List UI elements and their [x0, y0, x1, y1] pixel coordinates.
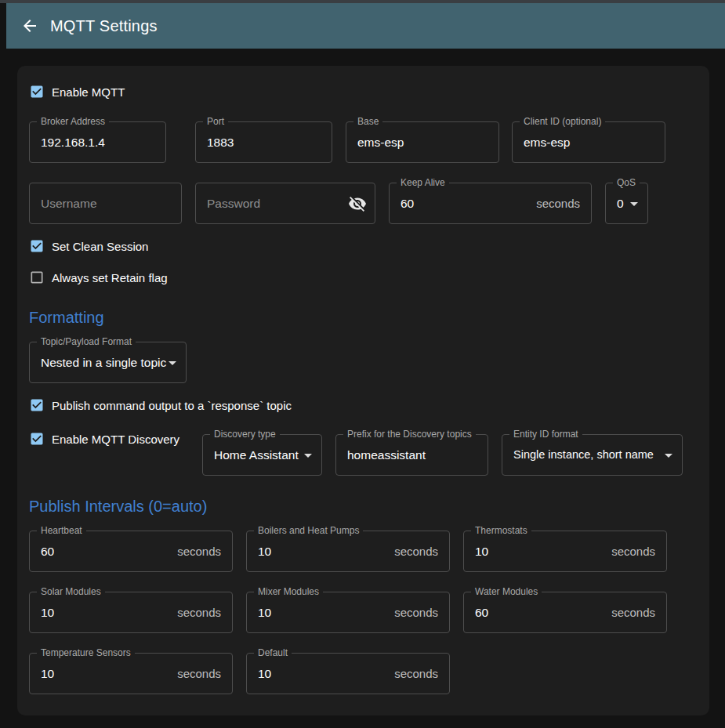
clean-session-checkbox[interactable]: Set Clean Session — [29, 237, 148, 255]
field-placeholder: Username — [41, 183, 97, 223]
topic-format-row: Topic/Payload Format Nested in a single … — [29, 342, 698, 383]
field-value: 10 — [258, 654, 271, 694]
base-field[interactable]: Base ems-esp — [346, 121, 499, 163]
discovery-type-select[interactable]: Discovery type Home Assistant — [202, 434, 322, 476]
publish-intervals-heading: Publish Intervals (0=auto) — [29, 498, 207, 516]
select-value: Nested in a single topic — [41, 342, 166, 382]
port-field[interactable]: Port 1883 — [195, 121, 332, 163]
chevron-down-icon — [659, 446, 678, 465]
field-value: 60 — [41, 531, 54, 571]
credentials-fields-row: Username Password Keep Alive 60 seconds … — [29, 183, 698, 224]
discovery-prefix-field[interactable]: Prefix for the Discovery topics homeassi… — [335, 434, 488, 476]
water-interval-field[interactable]: Water Modules 60 seconds — [463, 592, 667, 633]
temperature-sensors-interval-field[interactable]: Temperature Sensors 10 seconds — [29, 653, 233, 694]
unit-adornment: seconds — [177, 592, 221, 632]
field-value: 10 — [258, 592, 271, 632]
thermostats-interval-field[interactable]: Thermostats 10 seconds — [463, 531, 667, 572]
client-id-field[interactable]: Client ID (optional) ems-esp — [512, 121, 665, 163]
password-field[interactable]: Password — [195, 183, 375, 224]
unit-adornment: seconds — [394, 654, 438, 694]
keep-alive-field[interactable]: Keep Alive 60 seconds — [389, 183, 592, 224]
checkbox-label: Enable MQTT — [52, 85, 125, 99]
checkbox-label: Always set Retain flag — [52, 271, 168, 284]
select-value: Single instance, short name — [513, 435, 654, 475]
intervals-row-3: Temperature Sensors 10 seconds Default 1… — [29, 653, 698, 694]
field-value: 192.168.1.4 — [41, 122, 105, 162]
field-value: 60 — [475, 592, 488, 632]
enable-discovery-checkbox[interactable]: Enable MQTT Discovery — [29, 430, 179, 447]
select-value: Home Assistant — [214, 435, 299, 475]
app-bar: MQTT Settings — [6, 3, 725, 49]
checkbox-checked-icon — [29, 397, 45, 413]
unit-adornment: seconds — [394, 531, 438, 571]
chevron-down-icon — [625, 194, 643, 213]
checkbox-unchecked-icon — [29, 270, 45, 285]
retain-flag-checkbox[interactable]: Always set Retain flag — [29, 269, 168, 286]
checkbox-label: Publish command output to a `response` t… — [52, 399, 292, 412]
username-field[interactable]: Username — [29, 183, 182, 224]
field-value: 10 — [41, 592, 54, 632]
discovery-row: Enable MQTT Discovery Discovery type Hom… — [29, 430, 698, 477]
publish-response-checkbox[interactable]: Publish command output to a `response` t… — [29, 397, 292, 414]
field-value: homeassistant — [347, 435, 426, 475]
checkbox-label: Set Clean Session — [52, 240, 148, 253]
broker-address-field[interactable]: Broker Address 192.168.1.4 — [29, 121, 166, 163]
field-value: 60 — [401, 183, 414, 223]
connection-fields-row: Broker Address 192.168.1.4 Port 1883 Bas… — [29, 121, 698, 163]
visibility-off-icon[interactable] — [348, 194, 367, 213]
unit-adornment: seconds — [611, 592, 655, 632]
field-value: ems-esp — [357, 122, 404, 162]
solar-interval-field[interactable]: Solar Modules 10 seconds — [29, 592, 233, 633]
field-value: 1883 — [207, 122, 234, 162]
heartbeat-interval-field[interactable]: Heartbeat 60 seconds — [29, 531, 233, 572]
chevron-down-icon — [163, 353, 182, 372]
unit-adornment: seconds — [536, 183, 580, 223]
qos-select[interactable]: QoS 0 — [605, 183, 648, 224]
intervals-row-2: Solar Modules 10 seconds Mixer Modules 1… — [29, 592, 698, 633]
mixer-interval-field[interactable]: Mixer Modules 10 seconds — [246, 592, 450, 633]
field-placeholder: Password — [207, 183, 260, 223]
page-title: MQTT Settings — [50, 17, 158, 35]
field-value: 10 — [475, 531, 488, 571]
select-value: 0 — [617, 183, 624, 223]
topic-format-select[interactable]: Topic/Payload Format Nested in a single … — [29, 342, 187, 383]
checkbox-checked-icon — [29, 238, 45, 254]
settings-panel: Enable MQTT Broker Address 192.168.1.4 P… — [17, 66, 709, 715]
checkbox-checked-icon — [29, 84, 45, 100]
back-arrow-icon[interactable] — [20, 16, 39, 35]
formatting-heading: Formatting — [29, 309, 104, 327]
entity-id-format-select[interactable]: Entity ID format Single instance, short … — [502, 434, 683, 476]
checkbox-checked-icon — [29, 431, 45, 447]
default-interval-field[interactable]: Default 10 seconds — [246, 653, 450, 694]
field-value: 10 — [258, 531, 271, 571]
field-value: 10 — [41, 654, 54, 694]
chevron-down-icon — [299, 446, 317, 465]
unit-adornment: seconds — [177, 531, 221, 571]
field-value: ems-esp — [524, 122, 570, 162]
enable-mqtt-checkbox[interactable]: Enable MQTT — [29, 83, 125, 100]
unit-adornment: seconds — [177, 654, 221, 694]
boilers-interval-field[interactable]: Boilers and Heat Pumps 10 seconds — [246, 531, 450, 572]
unit-adornment: seconds — [611, 531, 655, 571]
intervals-row-1: Heartbeat 60 seconds Boilers and Heat Pu… — [29, 531, 698, 572]
unit-adornment: seconds — [394, 592, 438, 632]
checkbox-label: Enable MQTT Discovery — [52, 433, 179, 446]
